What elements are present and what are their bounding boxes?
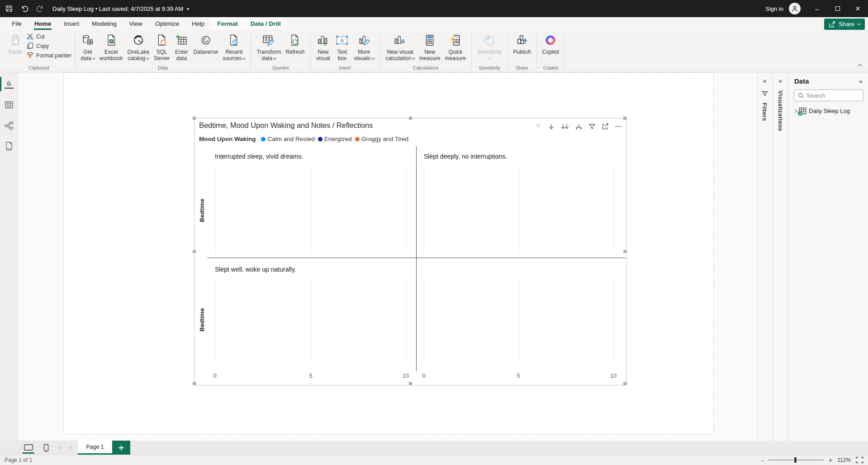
visualizations-panel-collapsed[interactable]: « Visualizations bbox=[773, 72, 788, 441]
save-button[interactable] bbox=[3, 2, 15, 15]
sql-server-button[interactable]: SQL Server bbox=[152, 32, 172, 61]
collapse-data-panel-icon[interactable]: » bbox=[859, 77, 863, 85]
tab-help[interactable]: Help bbox=[185, 17, 211, 30]
more-visuals-button[interactable]: More visuals bbox=[351, 32, 376, 61]
table-view-button[interactable] bbox=[0, 99, 18, 111]
expand-table-chevron-icon[interactable] bbox=[793, 109, 797, 113]
resize-handle-sw[interactable] bbox=[193, 382, 196, 385]
table-name: Daily Sleep Log bbox=[809, 108, 850, 114]
expand-visualizations-icon[interactable]: « bbox=[778, 77, 782, 85]
publish-button[interactable]: Publish bbox=[511, 32, 533, 55]
calculator-icon bbox=[424, 33, 435, 47]
tab-home[interactable]: Home bbox=[28, 17, 58, 30]
dax-query-view-button[interactable]: DAX bbox=[0, 140, 18, 153]
maximize-button[interactable] bbox=[827, 0, 848, 17]
tab-data-drill[interactable]: Data / Drill bbox=[244, 17, 287, 30]
minimize-button[interactable]: – bbox=[807, 0, 827, 17]
search-input[interactable] bbox=[806, 92, 856, 99]
refresh-button[interactable]: Refresh bbox=[283, 32, 307, 55]
resize-handle-se[interactable] bbox=[623, 382, 626, 385]
data-search-box[interactable] bbox=[794, 89, 863, 101]
copilot-button[interactable]: Copilot bbox=[540, 32, 561, 55]
paste-button[interactable]: Paste bbox=[6, 32, 25, 55]
legend-item[interactable]: Groggy and Tired bbox=[355, 136, 408, 142]
resize-handle-w[interactable] bbox=[193, 250, 196, 253]
filter-icon[interactable] bbox=[588, 123, 596, 130]
ribbon-group-data: Get data X Excel workbook OneLake catalo… bbox=[75, 30, 251, 72]
tab-modeling[interactable]: Modeling bbox=[85, 17, 123, 30]
redo-button[interactable] bbox=[33, 2, 46, 15]
page-tab[interactable]: Page 1 bbox=[78, 441, 112, 455]
undo-button[interactable] bbox=[18, 2, 31, 15]
resize-handle-e[interactable] bbox=[623, 250, 626, 253]
cut-button[interactable]: Cut bbox=[27, 32, 71, 41]
resize-handle-n[interactable] bbox=[409, 117, 412, 120]
legend-item[interactable]: Calm and Rested bbox=[261, 136, 314, 142]
transform-data-button[interactable]: Transform data bbox=[254, 32, 283, 61]
new-visual-calculation-button[interactable]: fx New visual calculation bbox=[383, 32, 417, 61]
share-button[interactable]: Share bbox=[824, 19, 865, 30]
desktop-layout-button[interactable] bbox=[24, 441, 33, 455]
excel-workbook-button[interactable]: X Excel workbook bbox=[97, 32, 125, 61]
go-to-next-level-icon[interactable] bbox=[561, 123, 569, 130]
enter-data-button[interactable]: Enter data bbox=[172, 32, 191, 61]
close-button[interactable]: × bbox=[848, 0, 868, 17]
title-dropdown-caret-icon[interactable]: ▾ bbox=[187, 6, 189, 11]
ribbon-separator bbox=[564, 33, 565, 70]
avatar[interactable] bbox=[789, 3, 801, 14]
resize-handle-ne[interactable] bbox=[623, 117, 626, 120]
new-visual-button[interactable]: New visual bbox=[313, 32, 332, 61]
data-field-row[interactable]: Daily Sleep Log bbox=[789, 108, 868, 114]
onelake-catalog-button[interactable]: OneLake catalog bbox=[125, 32, 152, 61]
tab-file[interactable]: File bbox=[5, 17, 28, 30]
document-title[interactable]: Daily Sleep Log • Last saved: 4/7/2025 a… bbox=[52, 5, 189, 12]
zoom-in-button[interactable]: + bbox=[829, 456, 832, 464]
tab-format[interactable]: Format bbox=[211, 17, 244, 30]
sign-in-button[interactable]: Sign in bbox=[761, 0, 788, 17]
fit-to-page-icon[interactable] bbox=[856, 457, 863, 463]
tab-view[interactable]: View bbox=[123, 17, 149, 30]
report-view-button[interactable] bbox=[0, 78, 18, 90]
ribbon-group-share: Publish Share bbox=[508, 30, 536, 72]
tab-insert[interactable]: Insert bbox=[57, 17, 85, 30]
chevron-down-icon bbox=[412, 56, 415, 60]
add-page-button[interactable] bbox=[112, 441, 130, 455]
copy-button[interactable]: Copy bbox=[27, 42, 71, 50]
get-data-button[interactable]: Get data bbox=[78, 32, 97, 61]
dataverse-button[interactable]: Dataverse bbox=[191, 32, 220, 55]
text-box-button[interactable]: A Text box bbox=[332, 32, 351, 61]
tab-optimize[interactable]: Optimize bbox=[149, 17, 185, 30]
resize-handle-nw[interactable] bbox=[193, 117, 196, 120]
previous-page-arrow-icon[interactable] bbox=[59, 446, 63, 449]
report-canvas[interactable]: Bedtime, Mood Upon Waking and Notes / Re… bbox=[18, 72, 756, 441]
collapse-ribbon-button[interactable] bbox=[856, 63, 863, 68]
expand-all-down-icon[interactable] bbox=[575, 123, 583, 130]
resize-handle-s[interactable] bbox=[409, 382, 412, 385]
expand-filters-icon[interactable]: « bbox=[763, 77, 766, 85]
legend-dot-energized bbox=[318, 137, 323, 141]
next-page-arrow-icon[interactable] bbox=[68, 446, 72, 449]
legend: Mood Upon Waking Calm and Rested Energiz… bbox=[199, 136, 408, 142]
legend-item[interactable]: Energized bbox=[318, 136, 352, 142]
new-measure-button[interactable]: New measure bbox=[417, 32, 443, 61]
drill-up-icon[interactable] bbox=[535, 123, 542, 130]
ribbon-tab-bar: File Home Insert Modeling View Optimize … bbox=[0, 17, 868, 30]
gridline bbox=[518, 279, 519, 362]
zoom-out-button[interactable]: - bbox=[761, 456, 764, 464]
mobile-layout-button[interactable] bbox=[43, 441, 49, 455]
model-view-button[interactable] bbox=[0, 119, 18, 132]
recent-sources-button[interactable]: Recent sources bbox=[220, 32, 247, 61]
quick-measure-button[interactable]: Quick measure bbox=[443, 32, 469, 61]
table-loaded-badge-icon bbox=[798, 111, 802, 116]
filters-panel-collapsed[interactable]: « Filters bbox=[757, 72, 772, 441]
format-painter-button[interactable]: Format painter bbox=[27, 51, 71, 60]
sensitivity-button[interactable]: Sensitivity bbox=[475, 32, 504, 61]
zoom-slider[interactable] bbox=[768, 460, 824, 460]
focus-mode-icon[interactable] bbox=[602, 123, 609, 130]
scatter-chart-visual[interactable]: Bedtime, Mood Upon Waking and Notes / Re… bbox=[194, 118, 626, 385]
drill-down-icon[interactable] bbox=[548, 123, 555, 130]
more-options-icon[interactable] bbox=[615, 123, 622, 130]
refresh-icon bbox=[289, 33, 300, 47]
status-bar: Page 1 of 1 - + 112% bbox=[0, 455, 868, 465]
zoom-slider-handle[interactable] bbox=[794, 457, 797, 463]
